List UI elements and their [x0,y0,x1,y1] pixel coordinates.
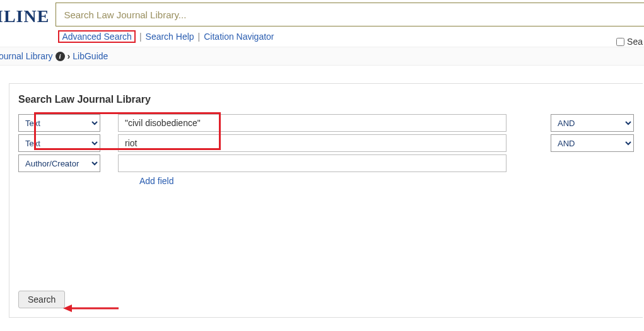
sea-checkbox-group[interactable]: Sea [616,37,643,47]
global-search-bar[interactable] [56,3,644,26]
citation-navigator-link[interactable]: Citation Navigator [204,32,274,42]
sea-label: Sea [627,37,643,47]
brand-logo: ILINE [0,3,56,26]
search-row: Text AND [18,114,634,132]
search-button[interactable]: Search [18,291,65,308]
bool-select-1[interactable]: AND [551,134,634,152]
bool-select-0[interactable]: AND [551,114,634,132]
field-select-1[interactable]: Text [18,134,100,152]
breadcrumb-libguide[interactable]: LibGuide [73,51,108,61]
advanced-search-panel: Search Law Journal Library Text AND Text… [9,83,643,318]
term-input-2[interactable] [118,154,506,172]
chevron-right-icon: › [67,51,71,61]
field-select-0[interactable]: Text [18,114,100,132]
breadcrumb-journal-library[interactable]: ournal Library [0,51,53,61]
advanced-search-link[interactable]: Advanced Search [62,32,132,42]
term-input-1[interactable] [118,134,506,152]
breadcrumb: ournal Library i › LibGuide [0,47,644,66]
search-row: Author/Creator [18,154,634,172]
sea-checkbox[interactable] [616,38,624,46]
search-help-link[interactable]: Search Help [146,32,194,42]
field-select-2[interactable]: Author/Creator [18,154,100,172]
global-search-input[interactable] [64,9,637,20]
separator: | [198,32,201,42]
info-icon[interactable]: i [56,52,65,61]
search-row: Text AND [18,134,634,152]
panel-title: Search Law Journal Library [18,94,634,105]
search-sublinks: Advanced Search | Search Help | Citation… [56,26,644,47]
add-field-link[interactable]: Add field [139,176,173,186]
term-input-0[interactable] [118,114,506,132]
separator: | [139,32,142,42]
